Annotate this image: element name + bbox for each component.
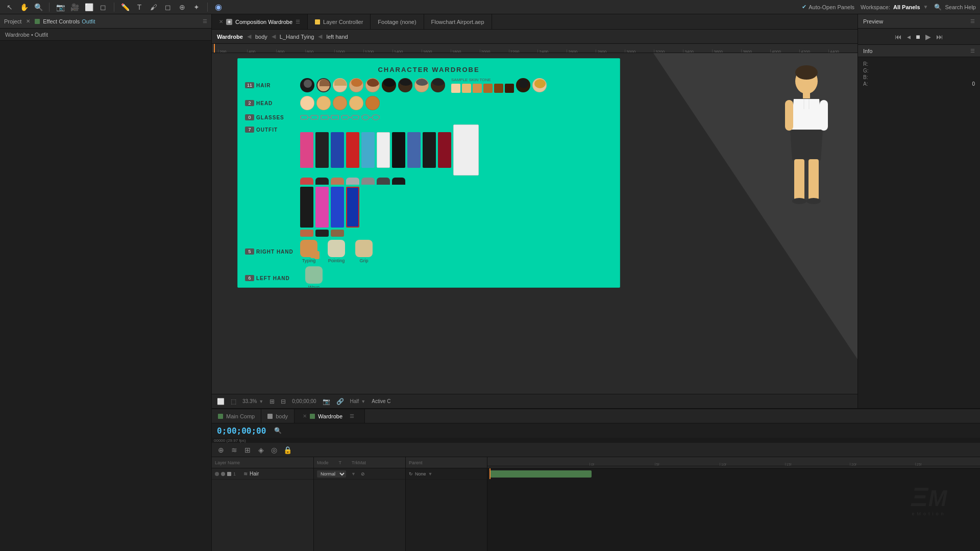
workspace-chevron-icon[interactable]: ▼ (923, 4, 928, 10)
hair-opt-10[interactable] (516, 78, 530, 92)
outfit-opt-3[interactable] (331, 132, 344, 168)
timeline-tab-body[interactable]: body (261, 409, 295, 423)
camera-icon[interactable]: 📷 (55, 2, 66, 13)
outfit-opt-9[interactable] (423, 132, 436, 168)
time-display[interactable]: 0;00;00;00 (292, 398, 316, 404)
text-tool-icon[interactable]: T (134, 2, 145, 13)
head-opt-3[interactable] (333, 96, 347, 110)
outfit-opt-4[interactable] (346, 132, 359, 168)
head-opt-1[interactable] (300, 96, 314, 110)
tl-solo-btn[interactable]: ◎ (269, 445, 279, 455)
outfit-opt-5[interactable] (361, 132, 375, 168)
parent-chevron-icon[interactable]: ▼ (428, 471, 433, 477)
brush-tool-icon[interactable]: 🖌 (148, 2, 159, 13)
layer-eye-icon[interactable] (215, 472, 219, 476)
skin-swatch-6[interactable] (505, 84, 514, 93)
shoe-1[interactable] (300, 178, 313, 185)
outfit-opt-11[interactable] (300, 187, 313, 228)
layer-name[interactable]: Hair (250, 471, 310, 477)
comp-path-hand-tying[interactable]: L_Hand Tying (280, 34, 314, 40)
skin-swatch-5[interactable] (494, 84, 503, 93)
hair-opt-3[interactable] (333, 78, 347, 92)
head-opt-5[interactable] (365, 96, 380, 110)
camera2-icon[interactable]: 🎥 (69, 2, 80, 13)
hair-opt-2[interactable] (316, 78, 331, 92)
shoe-4[interactable] (346, 178, 359, 185)
trk-arrow-icon[interactable]: ▼ (351, 471, 356, 477)
zoom-chevron-icon[interactable]: ▼ (259, 399, 263, 404)
preview-menu-icon[interactable]: ☰ (970, 18, 975, 24)
boot-1[interactable] (300, 230, 313, 237)
snap2-icon[interactable]: ⊟ (281, 398, 286, 405)
timeline-tab-wardrobe[interactable]: ✕ Wardrobe ☰ (295, 409, 365, 423)
glasses-opt-1[interactable] (300, 113, 318, 121)
tl-lock-btn[interactable]: 🔒 (282, 445, 292, 455)
skin-swatch-4[interactable] (483, 84, 493, 93)
shoe-2[interactable] (315, 178, 329, 185)
outfit-opt-8[interactable] (407, 132, 421, 168)
pen-tool-icon[interactable]: ✏️ (119, 2, 131, 13)
skin-swatch-3[interactable] (473, 84, 482, 93)
outfit-opt-12[interactable] (315, 187, 329, 228)
timeline-search-icon[interactable]: 🔍 (274, 427, 282, 434)
hair-opt-9[interactable] (431, 78, 445, 92)
zoom-display[interactable]: 33.3% ▼ (242, 398, 263, 404)
rh-grip[interactable]: Grip (355, 240, 373, 263)
shoe-7[interactable] (392, 178, 405, 185)
outfit-opt-2[interactable] (315, 132, 329, 168)
layer-mode-select[interactable]: Normal Add Multiply (317, 470, 346, 478)
hair-opt-1[interactable] (300, 78, 314, 92)
hair-opt-4[interactable] (349, 78, 363, 92)
hair-opt-7[interactable] (398, 78, 412, 92)
tab-layer-controller[interactable]: Layer Controller (308, 14, 371, 29)
tab-footage-none[interactable]: Footage (none) (371, 14, 424, 29)
tab-flowchart[interactable]: Flowchart Airport.aep (424, 14, 492, 29)
wardrobe-tab-close-icon[interactable]: ✕ (303, 413, 307, 419)
skip-back-btn[interactable]: ⏮ (895, 33, 902, 41)
boot-3[interactable] (331, 230, 344, 237)
auto-open-panels[interactable]: ✔ Auto-Open Panels (802, 4, 854, 10)
shoe-5[interactable] (361, 178, 375, 185)
quality-display[interactable]: Half ▼ (350, 398, 366, 404)
glasses-opt-4[interactable] (361, 113, 380, 121)
glasses-opt-2[interactable] (321, 113, 339, 121)
glasses-opt-3[interactable] (341, 113, 359, 121)
hair-opt-5[interactable] (365, 78, 380, 92)
project-close-btn[interactable]: ✕ (24, 18, 32, 25)
outfit-opt-1[interactable] (300, 132, 313, 168)
comp-path-body[interactable]: body (255, 34, 267, 40)
outfit-opt-10[interactable] (438, 132, 451, 168)
outfit-opt-7[interactable] (392, 132, 405, 168)
comp-path-wardrobe[interactable]: Wardrobe (217, 34, 243, 40)
boot-2[interactable] (315, 230, 329, 237)
shoe-3[interactable] (331, 178, 344, 185)
search-icon[interactable]: 🔍 (934, 4, 942, 11)
skin-swatch-1[interactable] (451, 84, 460, 93)
panel-menu-icon[interactable]: ☰ (203, 18, 207, 24)
tab-comp-wardrobe[interactable]: ✕ ◈ Composition Wardrobe ☰ (212, 14, 308, 29)
project-tab[interactable]: Project ✕ (4, 18, 32, 25)
shoe-6[interactable] (377, 178, 390, 185)
outfit-opt-6[interactable] (377, 132, 390, 168)
tl-graph-btn[interactable]: ≋ (229, 445, 239, 455)
layer-solo-icon[interactable] (221, 472, 225, 476)
hand-tool-icon[interactable]: ✋ (18, 2, 30, 13)
clone-icon[interactable]: ⊕ (177, 2, 188, 13)
canvas-icon[interactable]: ⬜ (217, 398, 225, 405)
shape-icon[interactable]: ◻ (97, 2, 109, 13)
stop-btn[interactable]: ■ (916, 33, 920, 41)
region-icon[interactable]: ⬜ (83, 2, 94, 13)
outfit-opt-13[interactable] (331, 187, 344, 228)
camera-status-icon[interactable]: 📷 (323, 398, 330, 405)
info-menu-icon[interactable]: ☰ (970, 48, 975, 54)
prev-frame-btn[interactable]: ◂ (907, 33, 911, 41)
rh-pointing[interactable]: Pointing (328, 240, 345, 263)
rh-typing[interactable]: Typing (300, 240, 317, 263)
tl-add-layer-btn[interactable]: ⊕ (216, 445, 226, 455)
tl-motion-btn[interactable]: ⊞ (242, 445, 253, 455)
lh-wave[interactable]: Wave (305, 266, 323, 288)
tab-close-icon[interactable]: ✕ (219, 19, 223, 24)
eraser-icon[interactable]: ◻ (162, 2, 174, 13)
head-opt-4[interactable] (349, 96, 363, 110)
layer-lock-icon[interactable] (227, 472, 231, 476)
